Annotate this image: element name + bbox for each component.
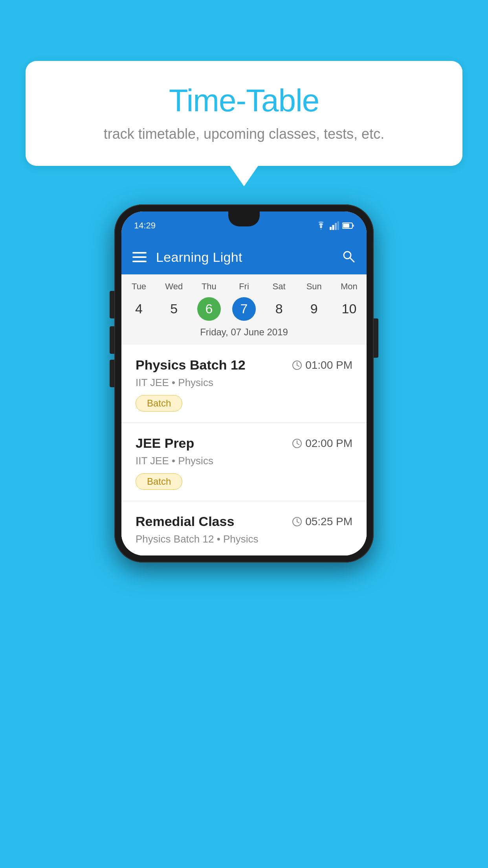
day-header-thu: Thu — [191, 281, 226, 292]
day-header-mon: Mon — [332, 281, 367, 292]
search-icon[interactable] — [341, 249, 356, 265]
clock-icon-2 — [292, 438, 302, 449]
svg-line-8 — [350, 258, 354, 262]
bubble-subtitle: track timetable, upcoming classes, tests… — [49, 126, 439, 142]
schedule-item-3[interactable]: Remedial Class 05:25 PM Physics Batch 12… — [121, 501, 367, 555]
svg-rect-2 — [335, 223, 337, 230]
schedule-item-2-title: JEE Prep — [136, 436, 194, 451]
day-header-fri: Fri — [226, 281, 261, 292]
app-bar-title: Learning Light — [156, 250, 332, 265]
schedule-item-1-header: Physics Batch 12 01:00 PM — [136, 357, 352, 373]
svg-rect-3 — [338, 221, 339, 230]
batch-badge-1: Batch — [136, 395, 182, 412]
clock-icon-3 — [292, 517, 302, 527]
day-numbers: 4 5 6 7 8 9 10 — [121, 295, 367, 324]
schedule-item-1-sub: IIT JEE • Physics — [136, 377, 352, 389]
day-4[interactable]: 4 — [121, 298, 156, 320]
svg-rect-6 — [353, 224, 354, 227]
schedule-item-1-time: 01:00 PM — [292, 359, 352, 371]
day-headers: Tue Wed Thu Fri Sat Sun Mon — [121, 274, 367, 295]
phone-outer: 14:29 — [114, 204, 374, 563]
status-icons — [316, 221, 354, 230]
bubble-title: Time-Table — [49, 83, 439, 119]
wifi-icon — [316, 221, 327, 230]
status-time: 14:29 — [134, 221, 156, 231]
day-8[interactable]: 8 — [262, 298, 297, 320]
day-9[interactable]: 9 — [297, 298, 332, 320]
svg-rect-1 — [332, 225, 334, 230]
batch-badge-2: Batch — [136, 473, 182, 490]
calendar-section: Tue Wed Thu Fri Sat Sun Mon 4 5 6 7 8 9 … — [121, 274, 367, 345]
app-bar: Learning Light — [121, 240, 367, 274]
svg-rect-5 — [343, 224, 349, 228]
schedule-item-3-time: 05:25 PM — [292, 515, 352, 528]
day-10[interactable]: 10 — [332, 298, 367, 320]
day-7-selected[interactable]: 7 — [226, 298, 261, 320]
schedule-item-3-title: Remedial Class — [136, 514, 234, 529]
schedule-item-1-title: Physics Batch 12 — [136, 357, 246, 373]
schedule-item-2[interactable]: JEE Prep 02:00 PM IIT JEE • Physics Batc… — [121, 423, 367, 501]
clock-icon-1 — [292, 360, 302, 370]
battery-icon — [342, 222, 354, 229]
menu-icon[interactable] — [132, 252, 147, 262]
phone-mockup: 14:29 — [114, 204, 374, 563]
day-header-sat: Sat — [262, 281, 297, 292]
schedule-item-2-header: JEE Prep 02:00 PM — [136, 436, 352, 451]
schedule-item-2-sub: IIT JEE • Physics — [136, 455, 352, 467]
day-header-tue: Tue — [121, 281, 156, 292]
schedule-item-2-time: 02:00 PM — [292, 437, 352, 450]
day-6-today[interactable]: 6 — [191, 298, 226, 320]
day-header-wed: Wed — [156, 281, 191, 292]
day-5[interactable]: 5 — [156, 298, 191, 320]
schedule-item-1[interactable]: Physics Batch 12 01:00 PM IIT JEE • Phys… — [121, 345, 367, 423]
phone-screen: 14:29 — [121, 211, 367, 555]
speech-bubble-container: Time-Table track timetable, upcoming cla… — [26, 61, 462, 166]
signal-icon — [330, 221, 339, 230]
status-bar: 14:29 — [121, 211, 367, 240]
selected-date-label: Friday, 07 June 2019 — [121, 324, 367, 345]
schedule-item-3-sub: Physics Batch 12 • Physics — [136, 533, 352, 545]
speech-bubble: Time-Table track timetable, upcoming cla… — [26, 61, 462, 166]
day-header-sun: Sun — [297, 281, 332, 292]
schedule-item-3-header: Remedial Class 05:25 PM — [136, 514, 352, 529]
schedule-list: Physics Batch 12 01:00 PM IIT JEE • Phys… — [121, 345, 367, 555]
svg-rect-0 — [330, 227, 332, 230]
